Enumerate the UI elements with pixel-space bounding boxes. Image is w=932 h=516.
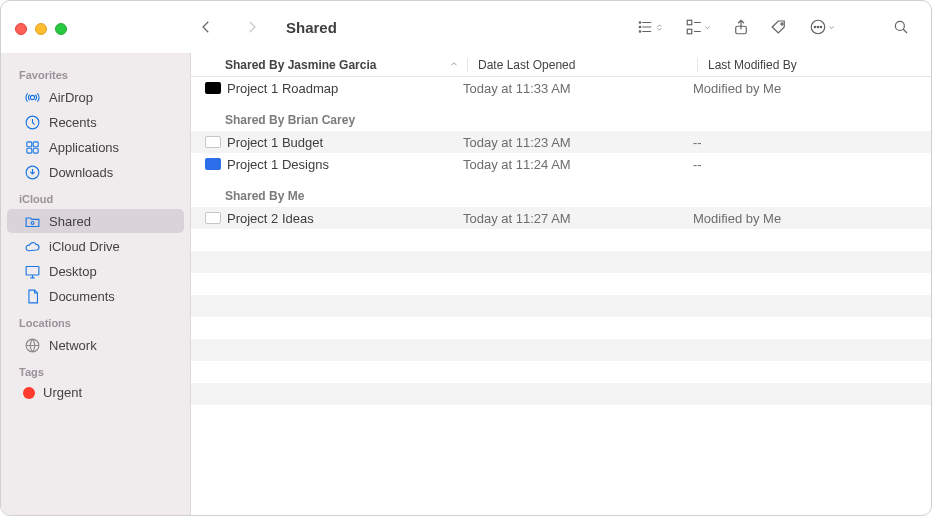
svg-point-7 [811,20,825,34]
window-close-button[interactable] [15,23,27,35]
chevron-updown-icon [655,20,664,35]
file-modified-by: -- [693,157,931,172]
tag-button[interactable] [763,14,795,40]
svg-rect-17 [33,148,38,153]
sidebar-heading: Favorites [1,61,190,84]
column-header-date[interactable]: Date Last Opened [467,58,697,72]
file-date: Today at 11:33 AM [463,81,693,96]
sidebar-item-documents[interactable]: Documents [7,284,184,308]
download-icon [23,163,41,181]
svg-rect-4 [687,29,692,34]
file-date: Today at 11:27 AM [463,211,693,226]
column-header-name-label: Shared By Jasmine Garcia [225,58,376,72]
svg-rect-20 [26,266,39,275]
sidebar-item-label: Recents [49,115,97,130]
window-title: Shared [286,19,337,36]
chevron-down-icon [827,20,836,35]
group-header: Shared By Brian Carey [191,99,931,131]
svg-point-12 [30,95,34,99]
file-modified-by: Modified by Me [693,211,931,226]
sidebar-item-airdrop[interactable]: AirDrop [7,85,184,109]
sort-ascending-icon [449,58,459,72]
sidebar-heading: Locations [1,309,190,332]
group-header: Shared By Me [191,175,931,207]
svg-rect-15 [33,141,38,146]
svg-point-0 [639,22,641,24]
group-by-button[interactable] [677,14,719,40]
share-button[interactable] [725,14,757,40]
file-modified-by: Modified by Me [693,81,931,96]
file-row[interactable]: Project 2 IdeasToday at 11:27 AMModified… [191,207,931,229]
file-date: Today at 11:23 AM [463,135,693,150]
sidebar-item-icloud-drive[interactable]: iCloud Drive [7,234,184,258]
empty-row [191,405,931,427]
shared-folder-icon [23,212,41,230]
sidebar-item-label: Desktop [49,264,97,279]
sidebar-item-label: Shared [49,214,91,229]
sidebar-item-shared[interactable]: Shared [7,209,184,233]
globe-icon [23,336,41,354]
svg-rect-14 [26,141,31,146]
sidebar-item-urgent[interactable]: Urgent [7,382,184,403]
svg-rect-3 [687,20,692,25]
forward-button[interactable] [236,14,268,40]
tag-dot-icon [23,387,35,399]
cloud-icon [23,237,41,255]
svg-point-8 [814,26,816,28]
search-button[interactable] [885,14,917,40]
empty-row [191,295,931,317]
apps-icon [23,138,41,156]
desktop-icon [23,262,41,280]
sidebar-item-label: Urgent [43,385,82,400]
column-header-modified-by[interactable]: Last Modified By [697,58,931,72]
sidebar-heading: Tags [1,358,190,381]
empty-row [191,251,931,273]
empty-row [191,317,931,339]
back-button[interactable] [190,14,222,40]
svg-point-1 [639,26,641,28]
empty-row [191,229,931,251]
file-icon [205,82,221,94]
file-row[interactable]: Project 1 BudgetToday at 11:23 AM-- [191,131,931,153]
file-name: Project 2 Ideas [227,211,314,226]
more-actions-button[interactable] [801,14,843,40]
file-icon [205,158,221,170]
file-row[interactable]: Project 1 RoadmapToday at 11:33 AMModifi… [191,77,931,99]
svg-point-11 [895,21,904,30]
column-header-name[interactable]: Shared By Jasmine Garcia [225,58,467,72]
airdrop-icon [23,88,41,106]
document-icon [23,287,41,305]
empty-row [191,383,931,405]
sidebar-item-desktop[interactable]: Desktop [7,259,184,283]
empty-row [191,339,931,361]
svg-point-10 [820,26,822,28]
svg-point-2 [639,31,641,33]
view-list-button[interactable] [629,14,671,40]
sidebar-item-label: Documents [49,289,115,304]
svg-point-9 [817,26,819,28]
chevron-down-icon [703,20,712,35]
sidebar-item-label: Downloads [49,165,113,180]
sidebar-item-label: AirDrop [49,90,93,105]
sidebar-item-label: Network [49,338,97,353]
file-icon [205,212,221,224]
window-maximize-button[interactable] [55,23,67,35]
window-minimize-button[interactable] [35,23,47,35]
sidebar-item-label: iCloud Drive [49,239,120,254]
svg-point-6 [781,23,783,25]
file-date: Today at 11:24 AM [463,157,693,172]
svg-rect-16 [26,148,31,153]
file-list-panel: Shared By Jasmine Garcia Date Last Opene… [191,53,931,515]
sidebar-item-applications[interactable]: Applications [7,135,184,159]
sidebar-item-downloads[interactable]: Downloads [7,160,184,184]
file-modified-by: -- [693,135,931,150]
sidebar-item-recents[interactable]: Recents [7,110,184,134]
sidebar-heading: iCloud [1,185,190,208]
file-row[interactable]: Project 1 DesignsToday at 11:24 AM-- [191,153,931,175]
empty-row [191,273,931,295]
svg-point-19 [31,221,34,224]
file-name: Project 1 Budget [227,135,323,150]
file-name: Project 1 Roadmap [227,81,338,96]
empty-row [191,361,931,383]
sidebar-item-network[interactable]: Network [7,333,184,357]
